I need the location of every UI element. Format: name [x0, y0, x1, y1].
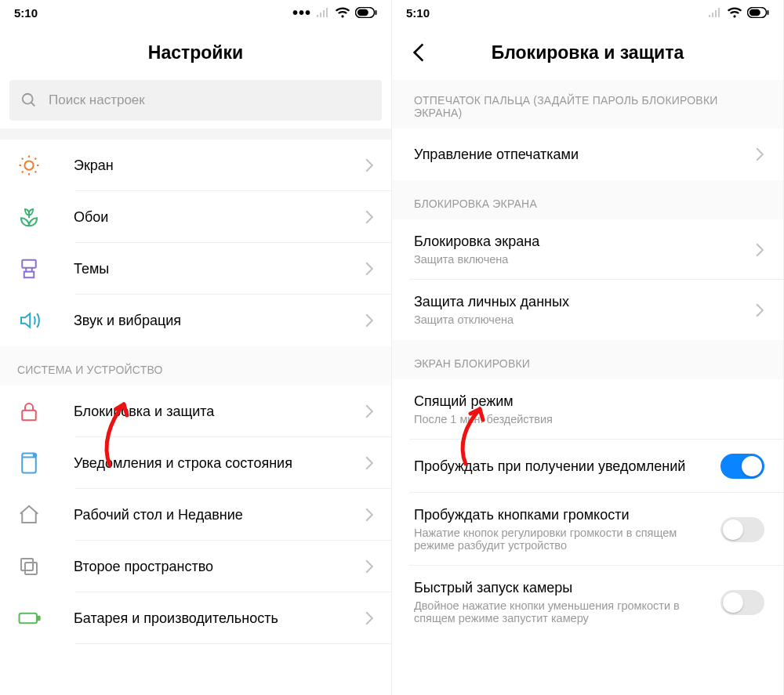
row-wallpaper[interactable]: Обои [0, 191, 391, 243]
svg-rect-13 [38, 617, 40, 621]
row-label: Пробуждать кнопками громкости [414, 507, 720, 523]
row-label: Блокировка экрана [414, 233, 755, 250]
header: Настройки [0, 25, 391, 80]
search-input[interactable] [49, 92, 371, 108]
svg-point-5 [24, 161, 33, 169]
lock-icon [17, 400, 41, 423]
section-gap [0, 129, 391, 139]
row-display[interactable]: Экран [0, 139, 391, 191]
row-label: Рабочий стол и Недавние [74, 507, 365, 523]
row-label: Быстрый запуск камеры [414, 580, 720, 596]
status-bar: 5:10 ••• [0, 0, 391, 25]
brush-icon [17, 257, 41, 281]
toggle-wake-notification[interactable] [720, 454, 764, 479]
chevron-right-icon [365, 262, 374, 276]
signal-icon [708, 7, 722, 18]
row-wake-volume[interactable]: Пробуждать кнопками громкости Нажатие кн… [392, 493, 783, 566]
wifi-icon [727, 7, 742, 18]
row-label: Управление отпечатками [414, 147, 755, 163]
chevron-right-icon [755, 147, 764, 161]
svg-rect-11 [25, 563, 37, 574]
row-label: Экран [74, 157, 365, 174]
svg-point-9 [33, 453, 38, 458]
page-title: Блокировка и защита [492, 42, 684, 63]
search-box[interactable] [9, 80, 382, 121]
chevron-left-icon [412, 43, 425, 62]
search-icon [20, 92, 38, 109]
row-wake-on-notification[interactable]: Пробуждать при получении уведомлений [392, 440, 783, 493]
row-privacy[interactable]: Защита личных данных Защита отключена [392, 280, 783, 340]
chevron-right-icon [365, 158, 374, 172]
row-themes[interactable]: Темы [0, 243, 391, 295]
status-bar: 5:10 [392, 0, 783, 25]
screen-lock-protection: 5:10 Блокировка и защита ОТПЕЧАТОК ПАЛЬЦ… [392, 0, 784, 695]
section-label-system: СИСТЕМА И УСТРОЙСТВО [0, 346, 391, 386]
row-label: Второе пространство [74, 559, 365, 575]
row-manage-fingerprints[interactable]: Управление отпечатками [392, 129, 783, 180]
back-button[interactable] [408, 42, 430, 63]
status-time: 5:10 [14, 6, 38, 20]
svg-point-3 [23, 94, 33, 104]
copy-icon [17, 555, 41, 578]
toggle-wake-volume[interactable] [720, 517, 764, 542]
settings-group-display: Экран Обои Темы Звук и вибрация [0, 139, 391, 346]
section-label-fingerprint: ОТПЕЧАТОК ПАЛЬЦА (ЗАДАЙТЕ ПАРОЛЬ БЛОКИРО… [392, 80, 783, 129]
section-label-lockscreen: БЛОКИРОВКА ЭКРАНА [392, 180, 783, 219]
svg-line-4 [31, 103, 35, 107]
search-wrap [0, 80, 391, 129]
row-label: Пробуждать при получении уведомлений [414, 458, 720, 475]
svg-rect-16 [768, 10, 769, 15]
chevron-right-icon [365, 611, 374, 625]
section-label-lockscreen2: ЭКРАН БЛОКИРОВКИ [392, 340, 783, 379]
svg-rect-1 [358, 9, 368, 16]
svg-rect-10 [21, 559, 33, 570]
home-icon [17, 503, 41, 527]
svg-rect-6 [22, 260, 36, 268]
toggle-quick-camera[interactable] [720, 590, 764, 615]
row-home[interactable]: Рабочий стол и Недавние [0, 489, 391, 541]
chevron-right-icon [365, 559, 374, 574]
status-time: 5:10 [406, 6, 430, 20]
page-title: Настройки [148, 42, 243, 63]
phone-status-icon [17, 451, 41, 475]
svg-rect-15 [750, 9, 760, 16]
wifi-icon [335, 7, 350, 18]
row-label: Звук и вибрация [74, 313, 365, 329]
svg-rect-2 [376, 10, 377, 15]
row-second-space[interactable]: Второе пространство [0, 541, 391, 592]
row-label: Уведомления и строка состояния [74, 455, 365, 472]
row-subtitle: Защита включена [414, 253, 755, 266]
speaker-icon [17, 309, 41, 332]
tulip-icon [17, 205, 41, 229]
row-battery[interactable]: Батарея и производительность [0, 592, 391, 644]
signal-icon [316, 7, 330, 18]
row-quick-camera[interactable]: Быстрый запуск камеры Двойное нажатие кн… [392, 566, 783, 639]
row-label: Спящий режим [414, 393, 764, 410]
status-icons: ••• [292, 7, 377, 18]
chevron-right-icon [365, 404, 374, 418]
battery-perf-icon [17, 606, 41, 630]
battery-icon [355, 7, 377, 18]
battery-icon [747, 7, 769, 18]
row-sound[interactable]: Звук и вибрация [0, 295, 391, 346]
svg-rect-7 [22, 411, 36, 421]
row-label: Защита личных данных [414, 294, 755, 310]
sun-icon [17, 154, 41, 177]
chevron-right-icon [365, 313, 374, 328]
row-sleep[interactable]: Спящий режим После 1 мин. бездействия [392, 379, 783, 440]
row-lock-protection[interactable]: Блокировка и защита [0, 386, 391, 437]
header: Блокировка и защита [392, 25, 783, 80]
row-label: Темы [74, 261, 365, 277]
row-subtitle: Защита отключена [414, 313, 755, 326]
screen-settings: 5:10 ••• Настройки Экран Обои Те [0, 0, 392, 695]
row-notifications[interactable]: Уведомления и строка состояния [0, 437, 391, 489]
chevron-right-icon [365, 210, 374, 224]
svg-rect-12 [20, 614, 38, 624]
chevron-right-icon [365, 456, 374, 470]
chevron-right-icon [755, 243, 764, 257]
row-label: Обои [74, 209, 365, 226]
chevron-right-icon [755, 303, 764, 317]
row-screen-lock[interactable]: Блокировка экрана Защита включена [392, 219, 783, 280]
row-subtitle: Нажатие кнопок регулировки громкости в с… [414, 527, 720, 552]
more-dots-icon: ••• [292, 9, 311, 16]
